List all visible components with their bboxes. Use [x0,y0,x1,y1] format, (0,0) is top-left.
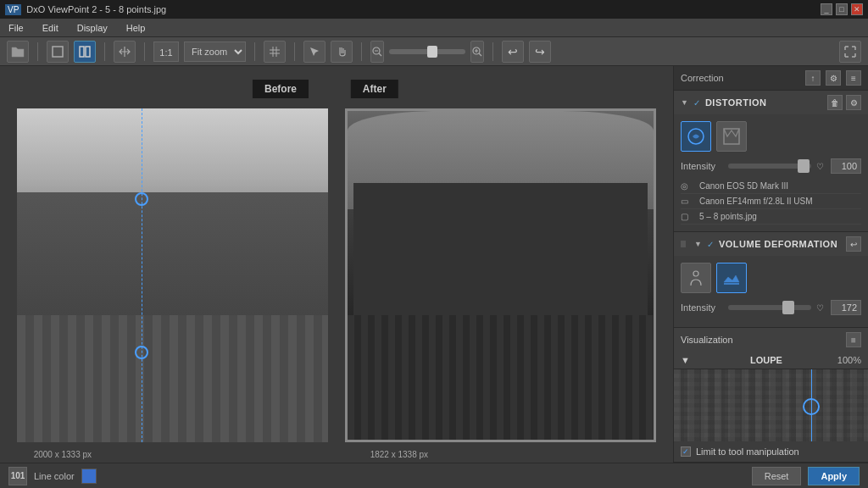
menu-edit[interactable]: Edit [39,21,62,35]
zoom-slider[interactable] [389,49,465,54]
apply-button[interactable]: Apply [808,467,860,485]
loupe-cobble [674,369,868,441]
volume-tool-landscape[interactable] [716,263,747,293]
fullscreen-button[interactable] [839,41,861,63]
move-tool-button[interactable] [114,41,136,63]
distortion-heart-icon: ♡ [816,162,824,171]
separator-4 [254,42,255,61]
distortion-title: DISTORTION [705,97,767,108]
distortion-section: ▼ ✓ DISTORTION 🗑 ⚙ [674,91,868,232]
lens-label: Canon EF14mm f/2.8L II USM [699,197,813,206]
volume-deformation-title: VOLUME DEFORMATION [719,239,837,249]
export-button[interactable]: ↑ [805,70,821,86]
split-view-button[interactable] [74,41,96,63]
separator-7 [492,42,493,61]
maximize-button[interactable]: □ [836,3,848,15]
single-view-button[interactable] [47,41,69,63]
volume-intensity-label: Intensity [681,302,723,313]
main-area: Before After [0,66,868,463]
distortion-intensity-value[interactable]: 100 [831,158,861,174]
zoom-out-button[interactable] [370,41,384,63]
volume-intensity-slider[interactable] [728,305,811,310]
loupe-arrow: ▼ [681,355,690,365]
separator-1 [37,42,38,61]
distortion-arrow: ▼ [681,98,688,107]
file-info-row: ▢ 5 – 8 points.jpg [681,209,861,225]
distortion-section-actions: 🗑 ⚙ [827,95,861,110]
separator-3 [144,42,145,61]
minimize-button[interactable]: _ [821,3,832,15]
visualization-title: Visualization [681,335,733,345]
zoom-select[interactable]: Fit zoom [184,42,246,62]
correction-settings-button[interactable]: ⚙ [826,70,841,86]
volume-arrow: ▼ [694,240,702,248]
guide-circle-top[interactable] [135,192,148,206]
menu-help[interactable]: Help [123,21,149,35]
distortion-delete-button[interactable]: 🗑 [827,95,843,110]
volume-heart-icon: ♡ [816,303,824,313]
volume-deformation-header[interactable]: ▼ ✓ VOLUME DEFORMATION ↩ [674,232,868,256]
distortion-intensity-thumb[interactable] [798,159,810,173]
svg-rect-1 [80,47,84,57]
volume-back-button[interactable]: ↩ [846,236,861,252]
menu-file[interactable]: File [5,21,27,35]
redo-button[interactable]: ↪ [529,41,551,63]
volume-intensity-value[interactable]: 172 [831,300,861,315]
line-color-label: Line color [34,471,75,481]
app-icon: VP [5,4,21,15]
distortion-tool-manual[interactable] [716,121,747,152]
correction-more-button[interactable]: ≡ [846,70,861,86]
lens-info-row: ▭ Canon EF14mm f/2.8L II USM [681,194,861,209]
svg-rect-0 [53,47,63,57]
select-tool-button[interactable] [303,41,326,63]
volume-tool-person[interactable] [681,263,711,293]
volume-check: ✓ [707,240,714,249]
guide-circle-bottom[interactable] [135,346,148,359]
correction-header: Correction ↑ ⚙ ≡ [674,66,868,91]
camera-icon: ◎ [681,181,694,191]
visualization-settings-button[interactable]: ≡ [846,332,861,347]
separator-6 [361,42,362,61]
title-text: DxO ViewPoint 2 - 5 - 8 points.jpg [26,4,166,14]
zoom-label: 1:1 [153,42,179,62]
limit-label: Limit to tool manipulation [696,446,799,457]
open-folder-button[interactable] [7,41,29,63]
line-color-picker[interactable] [81,469,97,484]
loupe-circle [803,398,820,415]
camera-label: Canon EOS 5D Mark III [699,181,788,191]
close-button[interactable]: ✕ [851,3,863,15]
distortion-intensity-label: Intensity [681,161,723,171]
window-controls: _ □ ✕ [821,3,863,15]
distortion-check: ✓ [693,98,700,108]
after-label: After [351,80,398,98]
loupe-percentage: 100% [837,355,861,365]
after-image-panel [345,108,656,442]
zoom-slider-thumb[interactable] [427,46,437,58]
visualization-header: Visualization ≡ [674,328,868,352]
zoom-in-button[interactable] [470,41,484,63]
separator-5 [294,42,295,61]
distortion-settings-button[interactable]: ⚙ [846,95,861,110]
distortion-tool-auto[interactable] [681,121,711,152]
visualization-section: Visualization ≡ ▼ LOUPE 100% ✓ Limit to … [674,328,868,463]
volume-collapse-indicator [681,241,686,247]
history-button[interactable]: 101 [8,467,27,485]
distortion-tool-icons [681,121,861,152]
grid-button[interactable] [264,41,286,63]
distortion-intensity-slider[interactable] [728,164,811,169]
volume-tool-icons [681,263,861,293]
correction-title: Correction [681,73,724,83]
hand-tool-button[interactable] [331,41,353,63]
distortion-section-header[interactable]: ▼ ✓ DISTORTION 🗑 ⚙ [674,91,868,114]
camera-info-row: ◎ Canon EOS 5D Mark III [681,179,861,194]
canvas-area: Before After [0,66,673,463]
limit-checkbox[interactable]: ✓ [681,446,691,457]
menu-display[interactable]: Display [74,21,111,35]
reset-button[interactable]: Reset [752,467,802,485]
undo-button[interactable]: ↩ [502,41,524,63]
right-panel: Correction ↑ ⚙ ≡ ▼ ✓ DISTORTION 🗑 ⚙ [673,66,868,463]
svg-point-7 [693,271,698,276]
distortion-section-body: Intensity ♡ 100 ◎ Canon EOS 5D Mark III … [674,114,868,231]
volume-intensity-thumb[interactable] [782,301,794,314]
before-dimensions: 2000 x 1333 px [34,450,323,459]
